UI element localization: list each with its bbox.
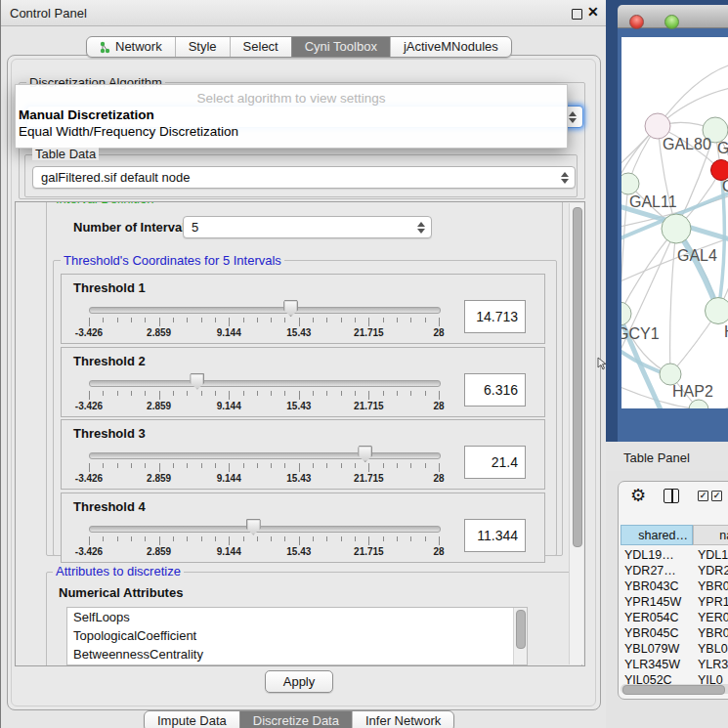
tick-mark (159, 391, 160, 400)
checkbox-icon[interactable]: ✓ (711, 491, 722, 501)
tick-mark (145, 536, 146, 541)
tick-label: 28 (433, 327, 444, 338)
table-cell[interactable]: YBR0 (698, 578, 728, 594)
threshold-value-field[interactable]: 11.344 (464, 519, 526, 552)
tick-mark (341, 463, 342, 468)
attribute-list-item[interactable]: SelfLoops (67, 608, 527, 626)
algorithm-option[interactable]: Equal Width/Frequency Discretization (19, 124, 238, 139)
tick-mark (439, 318, 440, 326)
tab-infer-network[interactable]: Infer Network (352, 711, 453, 728)
tab-select[interactable]: Select (230, 37, 291, 57)
network-node[interactable] (662, 214, 691, 243)
threshold-value-field[interactable]: 6.316 (464, 373, 526, 407)
tab-label: jActiveMNodules (404, 37, 498, 57)
scrollbar-thumb[interactable] (622, 685, 725, 695)
network-canvas[interactable]: GAL80GACGAL11GAL4GCY1HHAP2 (621, 37, 728, 408)
attribute-list-item[interactable]: TopologicalCoefficient (67, 626, 527, 645)
threshold-panel: Threshold 2-3.4262.8599.14415.4321.71528… (61, 347, 545, 417)
tick-mark (103, 318, 104, 322)
tick-mark (187, 536, 188, 541)
tick-mark (410, 318, 411, 322)
close-icon[interactable]: ✕ (587, 4, 599, 20)
number-of-intervals-combobox[interactable]: 5 (183, 216, 432, 238)
tick-mark (89, 536, 90, 545)
tick-mark (425, 391, 426, 396)
checkbox-icon[interactable]: ✓ (698, 491, 708, 501)
slider-thumb[interactable] (283, 300, 298, 317)
tick-mark (215, 463, 216, 468)
attribute-list-item[interactable]: BetweennessCentrality (67, 645, 527, 664)
tick-label: 21.715 (354, 546, 384, 557)
network-node[interactable] (621, 302, 631, 325)
slider-thumb[interactable] (246, 519, 261, 535)
tick-mark (313, 463, 314, 468)
column-header[interactable]: shared… (621, 525, 693, 545)
algorithm-option[interactable]: Manual Discretization (19, 107, 154, 122)
tab-label: Discretize Data (253, 711, 339, 728)
table-cell[interactable]: YER054C (624, 610, 691, 625)
table-cell[interactable]: YDR2 (698, 563, 728, 578)
table-cell[interactable]: YLR3 (698, 657, 728, 672)
column-header[interactable]: name (693, 525, 728, 545)
table-cell[interactable]: YBR045C (624, 625, 691, 641)
tick-mark (229, 536, 230, 545)
apply-button[interactable]: Apply (265, 670, 333, 693)
zoom-traffic-light-icon[interactable] (664, 15, 679, 29)
table-cell[interactable]: YBR043C (624, 578, 691, 594)
threshold-value-field[interactable]: 21.4 (464, 446, 526, 479)
tick-mark (229, 318, 230, 326)
combo-stepper-icon (569, 111, 577, 123)
settings-scrollbar[interactable] (569, 203, 583, 664)
columns-icon[interactable] (664, 489, 679, 503)
gear-icon[interactable]: ⚙ (630, 485, 646, 506)
table-cell[interactable]: YDR27… (624, 563, 691, 578)
network-node[interactable] (660, 364, 681, 385)
tab-discretize-data[interactable]: Discretize Data (239, 711, 352, 728)
float-window-icon[interactable] (572, 9, 582, 20)
tick-mark (439, 391, 440, 400)
table-cell[interactable]: YBL079W (624, 641, 691, 657)
tick-label: 2.859 (147, 401, 171, 411)
tab-network[interactable]: Network (87, 37, 175, 57)
tab-impute-data[interactable]: Impute Data (145, 711, 239, 728)
table-cell[interactable]: YDL1 (698, 547, 728, 563)
number-of-intervals-label: Number of Intervals (73, 220, 193, 235)
threshold-slider-track[interactable] (89, 307, 441, 314)
threshold-value-field[interactable]: 14.713 (464, 300, 526, 333)
close-traffic-light-icon[interactable] (629, 15, 644, 29)
tick-mark (103, 536, 104, 541)
tick-mark (425, 463, 426, 468)
minimize-traffic-light-icon[interactable] (647, 15, 660, 27)
slider-thumb[interactable] (190, 373, 204, 390)
control-panel-titlebar: Control Panel ✕ (1, 0, 606, 26)
tab-cyni-toolbox[interactable]: Cyni Toolbox (291, 37, 390, 57)
mouse-cursor-icon (597, 357, 607, 370)
tick-mark (173, 463, 174, 468)
threshold-slider-track[interactable] (89, 526, 441, 533)
numerical-attributes-list[interactable]: SelfLoopsTopologicalCoefficientBetweenne… (66, 607, 528, 665)
threshold-slider-track[interactable] (89, 380, 441, 387)
list-scrollbar[interactable] (513, 608, 527, 664)
table-cell[interactable]: YER0 (698, 610, 728, 625)
network-node[interactable] (621, 173, 639, 194)
network-node[interactable] (706, 298, 728, 324)
tick-label: -3.426 (75, 546, 103, 557)
table-cell[interactable]: YDL19… (624, 547, 691, 563)
table-cell[interactable]: YPR1 (698, 594, 728, 610)
table-data-combobox[interactable]: galFiltered.sif default node (32, 166, 576, 189)
table-horizontal-scrollbar[interactable] (621, 684, 728, 694)
network-edge (658, 64, 728, 126)
tick-mark (341, 318, 342, 322)
scrollbar-thumb[interactable] (573, 207, 582, 547)
table-cell[interactable]: YPR145W (624, 594, 691, 610)
slider-thumb[interactable] (358, 446, 372, 462)
table-cell[interactable]: YBL0 (698, 641, 728, 657)
tab-jactivemnodules[interactable]: jActiveMNodules (390, 37, 511, 57)
table-cell[interactable]: YBR0 (698, 625, 728, 641)
tick-mark (243, 463, 244, 468)
table-cell[interactable]: YLR345W (624, 657, 691, 672)
threshold-slider-track[interactable] (89, 452, 441, 459)
tick-mark (368, 463, 369, 472)
tab-style[interactable]: Style (175, 37, 230, 57)
tick-label: 28 (433, 546, 444, 557)
